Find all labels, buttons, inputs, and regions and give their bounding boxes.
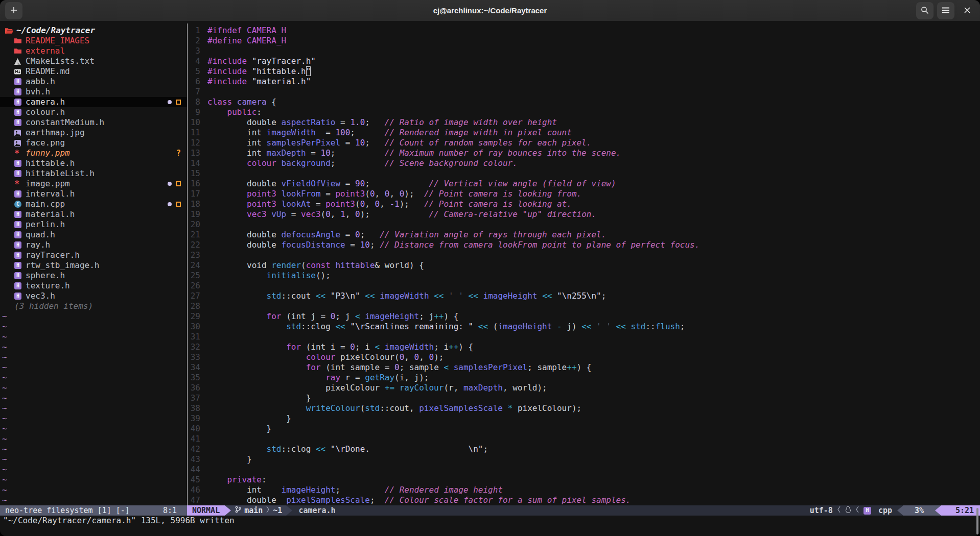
tree-item-texture.h[interactable]: Htexture.h: [0, 281, 187, 291]
code-line-6[interactable]: 6#include "material.h": [188, 77, 980, 87]
code-line-30[interactable]: 30 std::clog << "\rScanlines remaining: …: [188, 322, 980, 332]
code-line-12[interactable]: 12 int samplesPerPixel = 10; // Count of…: [188, 138, 980, 148]
code-line-5[interactable]: 5#include "hittable.h": [188, 66, 980, 77]
chevron-left-icon: [837, 505, 841, 516]
tree-item-ray.h[interactable]: Hray.h: [0, 240, 187, 250]
tree-item-bvh.h[interactable]: Hbvh.h: [0, 87, 187, 97]
tree-item-constantmedium.h[interactable]: HconstantMedium.h: [0, 117, 187, 128]
scroll-progress: 3%: [903, 505, 935, 516]
code-text: #define CAMERA_H: [207, 36, 286, 46]
tree-item-image.ppm[interactable]: *image.ppm: [0, 179, 187, 189]
empty-line-tilde: ~: [0, 352, 187, 362]
line-number: 43: [188, 454, 200, 465]
tree-item-funny.ppm[interactable]: *funny.ppm?: [0, 148, 187, 158]
line-number: 6: [188, 77, 200, 87]
menu-button[interactable]: [937, 2, 954, 19]
tree-item-material.h[interactable]: Hmaterial.h: [0, 209, 187, 220]
code-line-7[interactable]: 7: [188, 87, 980, 97]
line-number: 13: [188, 148, 200, 158]
code-text: vec3 vUp = vec3(0, 1, 0); // Camera-rela…: [207, 209, 596, 220]
code-line-18[interactable]: 18 point3 lookAt = point3(0, 0, -1); // …: [188, 199, 980, 209]
code-line-43[interactable]: 43 }: [188, 454, 980, 465]
tree-item-rtw_stb_image.h[interactable]: Hrtw_stb_image.h: [0, 260, 187, 271]
code-line-27[interactable]: 27 std::cout << "P3\n" << imageWidth << …: [188, 291, 980, 301]
cursor-location: 5:21: [941, 505, 980, 516]
tree-item-quad.h[interactable]: Hquad.h: [0, 230, 187, 240]
tree-item-vec3.h[interactable]: Hvec3.h: [0, 291, 187, 301]
code-line-17[interactable]: 17 point3 lookFrom = point3(0, 0, 0); //…: [188, 189, 980, 199]
tree-item-label: ray.h: [26, 240, 50, 250]
code-line-38[interactable]: 38 writeColour(std::cout, pixelSamplesSc…: [188, 403, 980, 413]
code-line-1[interactable]: 1#ifndef CAMERA_H: [188, 26, 980, 36]
tree-item-label: face.png: [26, 138, 65, 148]
tree-item-interval.h[interactable]: Hinterval.h: [0, 189, 187, 199]
code-line-41[interactable]: 41: [188, 434, 980, 444]
code-line-24[interactable]: 24 void render(const hittable& world) {: [188, 260, 980, 271]
tree-item-hittable.h[interactable]: Hhittable.h: [0, 158, 187, 168]
code-line-35[interactable]: 35 ray r = getRay(i, j);: [188, 373, 980, 383]
scrollbar[interactable]: [976, 508, 978, 534]
code-line-9[interactable]: 9 public:: [188, 107, 980, 117]
code-line-13[interactable]: 13 int maxDepth = 10; // Maximum number …: [188, 148, 980, 158]
code-line-20[interactable]: 20: [188, 220, 980, 230]
tree-item-label: constantMedium.h: [26, 117, 104, 128]
close-button[interactable]: [959, 2, 976, 19]
tree-item-readme.md[interactable]: README.md: [0, 66, 187, 77]
code-line-46[interactable]: 46 int imageHeight; // Rendered image he…: [188, 485, 980, 495]
code-line-3[interactable]: 3: [188, 46, 980, 56]
tree-item-earthmap.jpg[interactable]: earthmap.jpg: [0, 128, 187, 138]
code-line-16[interactable]: 16 double vFieldOfView = 90; // Vertical…: [188, 179, 980, 189]
code-line-40[interactable]: 40 }: [188, 424, 980, 434]
tree-item-face.png[interactable]: face.png: [0, 138, 187, 148]
tree-item-colour.h[interactable]: Hcolour.h: [0, 107, 187, 117]
code-line-44[interactable]: 44: [188, 465, 980, 475]
code-line-25[interactable]: 25 initialise();: [188, 271, 980, 281]
code-line-26[interactable]: 26: [188, 281, 980, 291]
tree-item-coderaytracer[interactable]: ~/Code/Raytracer: [0, 26, 187, 36]
code-line-33[interactable]: 33 colour pixelColour(0, 0, 0);: [188, 352, 980, 362]
code-line-15[interactable]: 15: [188, 168, 980, 179]
code-line-23[interactable]: 23: [188, 250, 980, 260]
tree-item-cmakelists.txt[interactable]: CMakeLists.txt: [0, 56, 187, 66]
code-line-19[interactable]: 19 vec3 vUp = vec3(0, 1, 0); // Camera-r…: [188, 209, 980, 220]
code-text: std::clog << "\rDone. \n";: [207, 444, 488, 454]
code-line-2[interactable]: 2#define CAMERA_H: [188, 36, 980, 46]
code-line-47[interactable]: 47 double pixelSamplesScale; // Colour s…: [188, 495, 980, 505]
code-line-14[interactable]: 14 colour background; // Scene backgroun…: [188, 158, 980, 168]
tree-item-aabb.h[interactable]: Haabb.h: [0, 77, 187, 87]
code-line-32[interactable]: 32 for (int i = 0; i < imageWidth; i++) …: [188, 342, 980, 352]
code-line-31[interactable]: 31: [188, 332, 980, 342]
tree-item-raytracer.h[interactable]: HrayTracer.h: [0, 250, 187, 260]
code-line-29[interactable]: 29 for (int j = 0; j < imageHeight; j++)…: [188, 311, 980, 322]
line-number: 34: [188, 362, 200, 373]
tree-item-readme_images[interactable]: README_IMAGES: [0, 36, 187, 46]
code-line-37[interactable]: 37 }: [188, 393, 980, 403]
h-icon: H: [14, 78, 23, 85]
tree-item-external[interactable]: external: [0, 46, 187, 56]
code-line-42[interactable]: 42 std::clog << "\rDone. \n";: [188, 444, 980, 454]
tree-item-main.cpp[interactable]: Cmain.cpp: [0, 199, 187, 209]
code-text: writeColour(std::cout, pixelSamplesScale…: [207, 403, 581, 413]
code-line-21[interactable]: 21 double defocusAngle = 0; // Variation…: [188, 230, 980, 240]
code-line-10[interactable]: 10 double aspectRatio = 1.0; // Ratio of…: [188, 117, 980, 128]
code-line-39[interactable]: 39 }: [188, 413, 980, 424]
line-number: 12: [188, 138, 200, 148]
tree-item-perlin.h[interactable]: Hperlin.h: [0, 220, 187, 230]
search-button[interactable]: [916, 2, 934, 19]
code-line-34[interactable]: 34 for (int sample = 0; sample < samples…: [188, 362, 980, 373]
tree-item-3hiddenitems[interactable]: (3 hidden items): [0, 301, 187, 311]
code-line-36[interactable]: 36 pixelColour += rayColour(r, maxDepth,…: [188, 383, 980, 393]
line-number: 14: [188, 158, 200, 168]
code-text: ray r = getRay(i, j);: [207, 373, 429, 383]
code-line-22[interactable]: 22 double focusDistance = 10; // Distanc…: [188, 240, 980, 250]
window-separator[interactable]: [187, 23, 188, 505]
tree-item-sphere.h[interactable]: Hsphere.h: [0, 271, 187, 281]
tree-item-camera.h[interactable]: Hcamera.h: [0, 97, 187, 107]
tree-item-hittablelist.h[interactable]: HhittableList.h: [0, 168, 187, 179]
code-line-45[interactable]: 45 private:: [188, 475, 980, 485]
code-line-8[interactable]: 8class camera {: [188, 97, 980, 107]
titlebar: cj@archlinux:~/Code/Raytracer: [0, 0, 980, 21]
code-line-4[interactable]: 4#include "rayTracer.h": [188, 56, 980, 66]
code-line-11[interactable]: 11 int imageWidth = 100; // Rendered ima…: [188, 128, 980, 138]
code-line-28[interactable]: 28: [188, 301, 980, 311]
